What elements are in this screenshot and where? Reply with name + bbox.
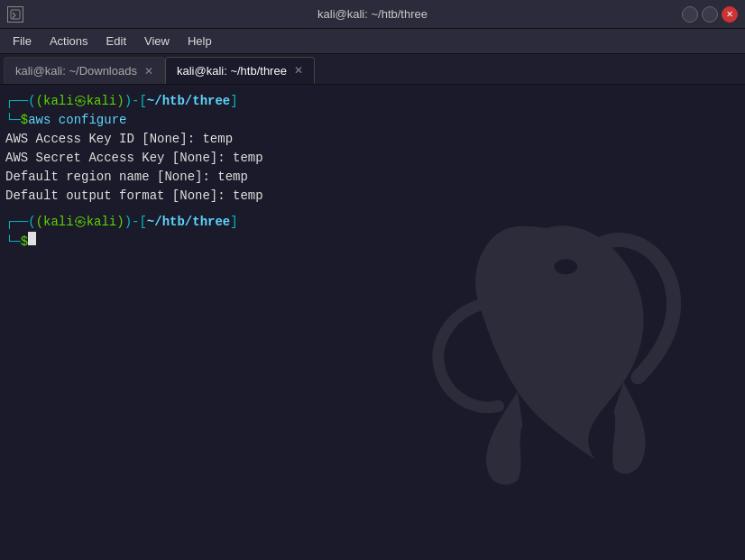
prompt-path-2: ~/htb/three [147, 213, 230, 232]
prompt-user-1: (kali㉿kali) [36, 92, 124, 111]
menu-view[interactable]: View [137, 32, 177, 50]
tabs-bar: kali@kali: ~/Downloads ✕ kali@kali: ~/ht… [0, 54, 745, 85]
tab-htb-three-label: kali@kali: ~/htb/three [177, 64, 287, 78]
prompt-dash-sep-2: -[ [132, 213, 147, 232]
prompt-dash-2: ┌── [5, 213, 28, 232]
prompt-cmd-line-1: └─ $ aws configure [5, 111, 740, 130]
prompt-arrow-2: └─ [5, 233, 21, 252]
menu-edit[interactable]: Edit [99, 32, 133, 50]
output-line-2: Default region name [None]: temp [5, 168, 740, 187]
tab-htb-three-close[interactable]: ✕ [294, 65, 303, 76]
output-line-0: AWS Access Key ID [None]: temp [5, 130, 740, 149]
cmd-1: aws configure [28, 111, 126, 130]
prompt-user-2: (kali㉿kali) [36, 213, 124, 232]
window-title: kali@kali: ~/htb/three [317, 7, 428, 21]
output-line-1: AWS Secret Access Key [None]: temp [5, 149, 740, 168]
prompt-dash-end-2: ] [230, 213, 237, 232]
terminal-area[interactable]: ┌── ( (kali㉿kali) ) -[ ~/htb/three ] └─ … [0, 85, 745, 560]
prompt-cmd-line-2: └─ $ [5, 232, 740, 252]
terminal-content: ┌── ( (kali㉿kali) ) -[ ~/htb/three ] └─ … [5, 92, 740, 252]
spacer [5, 206, 740, 213]
terminal-cursor [28, 232, 36, 245]
tab-downloads[interactable]: kali@kali: ~/Downloads ✕ [4, 57, 165, 84]
svg-point-1 [555, 259, 578, 274]
prompt-dash-1: ┌── [5, 92, 28, 111]
prompt-bracket-close-2: ) [124, 213, 132, 232]
prompt-dash-end-1: ] [230, 92, 237, 111]
tab-htb-three[interactable]: kali@kali: ~/htb/three ✕ [165, 57, 315, 84]
prompt-bracket-open-1: ( [28, 92, 35, 111]
menu-file[interactable]: File [5, 32, 39, 50]
prompt-line-1: ┌── ( (kali㉿kali) ) -[ ~/htb/three ] [5, 92, 740, 111]
output-line-3: Default output format [None]: temp [5, 187, 740, 206]
menu-actions[interactable]: Actions [42, 32, 96, 50]
terminal-icon [7, 6, 23, 23]
prompt-bracket-close-1: ) [124, 92, 132, 111]
maximize-button[interactable] [702, 6, 718, 23]
title-bar: kali@kali: ~/htb/three ✕ [0, 0, 745, 29]
close-button[interactable]: ✕ [722, 6, 738, 23]
prompt-dollar-2: $ [21, 233, 28, 252]
svg-rect-0 [11, 10, 20, 19]
tab-downloads-label: kali@kali: ~/Downloads [15, 64, 137, 78]
prompt-dollar-1: $ [21, 111, 28, 130]
window-controls: ✕ [682, 6, 738, 23]
prompt-arrow-1: └─ [5, 111, 21, 130]
menu-help[interactable]: Help [180, 32, 219, 50]
title-bar-left [7, 6, 23, 23]
tab-downloads-close[interactable]: ✕ [144, 66, 153, 77]
prompt-dash-sep-1: -[ [132, 92, 147, 111]
minimize-button[interactable] [682, 6, 698, 23]
prompt-bracket-open-2: ( [28, 213, 35, 232]
menu-bar: File Actions Edit View Help [0, 29, 745, 54]
prompt-path-1: ~/htb/three [147, 92, 230, 111]
prompt-line-2: ┌── ( (kali㉿kali) ) -[ ~/htb/three ] [5, 213, 740, 232]
